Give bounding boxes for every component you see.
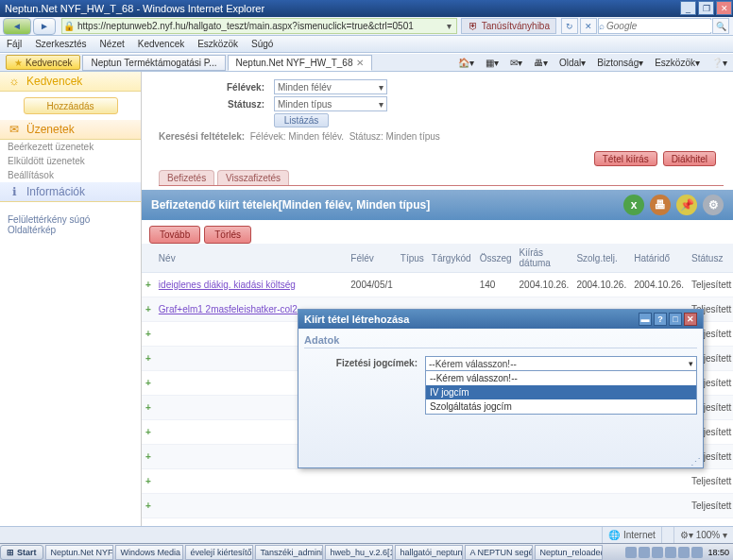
taskbar-item[interactable]: évelejí kiértesítők	[185, 545, 253, 560]
tray-icon[interactable]	[691, 547, 703, 558]
start-button[interactable]: ⊞ Start	[0, 545, 43, 560]
sidebar-help-link[interactable]: Felülettérkény súgó	[8, 214, 133, 225]
taskbar-item[interactable]: Tanszéki_adminis...	[255, 545, 323, 560]
modal-titlebar[interactable]: Kiírt tétel létrehozása ▬ ? □ ✕	[298, 310, 703, 329]
jogcim-select[interactable]: --Kérem válasszon!-- ▾	[425, 356, 697, 371]
window-close-button[interactable]: ✕	[716, 1, 732, 15]
tray-icon[interactable]	[625, 547, 637, 558]
certificate-warning[interactable]: ⛨ Tanúsítványhiba	[461, 18, 556, 34]
tab-close-icon[interactable]: ✕	[356, 58, 364, 68]
col-felev[interactable]: Félév	[347, 244, 397, 273]
taskbar-item[interactable]: Neptun_reloaded	[535, 545, 603, 560]
menu-tools[interactable]: Eszközök	[191, 39, 245, 49]
taskbar-item[interactable]: hallgatói_neptun -...	[395, 545, 463, 560]
tab-support[interactable]: Neptun Terméktámogatási P...	[82, 55, 225, 71]
modal-close-button[interactable]: ✕	[684, 313, 697, 326]
tray-icon[interactable]	[678, 547, 690, 558]
jogcim-option-selected[interactable]: IV jogcím	[426, 385, 696, 399]
diakhitel-button[interactable]: Diákhitel	[663, 151, 716, 166]
modal-help-button[interactable]: ?	[654, 313, 667, 326]
menu-help[interactable]: Súgó	[245, 39, 280, 49]
modal-max-button[interactable]: □	[669, 313, 682, 326]
add-favorite-button[interactable]: Hozzáadás	[24, 97, 118, 114]
taskbar-item[interactable]: Neptun.Net NYF...	[45, 545, 113, 560]
expand-icon[interactable]: +	[142, 494, 155, 518]
expand-icon[interactable]: +	[142, 297, 155, 322]
menu-view[interactable]: Nézet	[94, 39, 131, 49]
expand-icon[interactable]: +	[142, 445, 155, 469]
menu-edit[interactable]: Szerkesztés	[28, 39, 93, 49]
expand-icon[interactable]: +	[142, 469, 155, 494]
col-tipus[interactable]: Típus	[397, 244, 428, 273]
search-go-button[interactable]: 🔍	[712, 18, 729, 34]
sidebar-favorites-header[interactable]: ☼ Kedvencek	[0, 72, 141, 92]
address-dropdown-icon[interactable]: ▾	[443, 21, 456, 31]
col-osszeg[interactable]: Összeg	[476, 244, 516, 273]
sidebar-settings-link[interactable]: Beállítások	[0, 168, 141, 182]
forward-button-grid[interactable]: Tovább	[149, 226, 200, 244]
zoom-control[interactable]: ⚙▾ 100% ▾	[673, 527, 733, 544]
back-button[interactable]: ◄	[3, 18, 31, 35]
expand-icon[interactable]: +	[142, 420, 155, 445]
taskbar-item[interactable]: A NEPTUN segédl...	[465, 545, 533, 560]
col-szolg[interactable]: Szolg.telj.	[572, 244, 630, 273]
sidebar-sitemap-link[interactable]: Oldaltérkép	[8, 225, 133, 235]
expand-icon[interactable]: +	[142, 396, 155, 420]
help-button[interactable]: ❔▾	[706, 58, 733, 68]
favorites-button[interactable]: ★ Kedvencek	[6, 55, 80, 70]
col-status[interactable]: Státusz	[688, 244, 733, 273]
search-input[interactable]	[605, 20, 728, 32]
refresh-button[interactable]: ↻	[561, 18, 578, 34]
menu-file[interactable]: Fájl	[0, 39, 28, 49]
modal-collapse-button[interactable]: ▬	[639, 313, 652, 326]
item-name-link[interactable]: Graf+elm1 2masfeleishatker-col2	[159, 304, 298, 314]
sidebar-sent-link[interactable]: Elküldött üzenetek	[0, 154, 141, 168]
tray-icon[interactable]	[639, 547, 650, 558]
expand-icon[interactable]: +	[142, 371, 155, 396]
browser-search-box[interactable]: ⌕	[598, 18, 711, 34]
export-xls-button[interactable]: x	[623, 195, 644, 215]
address-bar[interactable]: 🔒 https://neptunweb2.nyf.hu/hallgato_tes…	[61, 18, 457, 34]
list-button[interactable]: Listázás	[274, 113, 329, 127]
menu-favorites[interactable]: Kedvencek	[131, 39, 191, 49]
zoom-minus-icon[interactable]: ⚙▾	[680, 530, 693, 540]
tab-visszafizetes[interactable]: Visszafizetés	[217, 170, 289, 185]
col-name[interactable]: Név	[155, 244, 347, 273]
pin-button[interactable]: 📌	[676, 195, 697, 215]
sidebar-inbox-link[interactable]: Beérkezett üzenetek	[0, 140, 141, 154]
mail-button[interactable]: ✉▾	[504, 58, 528, 68]
home-button[interactable]: 🏠▾	[452, 58, 480, 68]
col-targykod[interactable]: Tárgykód	[428, 244, 476, 273]
jogcim-dropdown[interactable]: --Kérem válasszon!-- ▾ --Kérem válasszon…	[425, 356, 697, 415]
safety-menu[interactable]: Biztonság ▾	[591, 58, 649, 68]
page-menu[interactable]: Oldal ▾	[554, 58, 591, 68]
col-hatarido[interactable]: Határidő	[630, 244, 688, 273]
tray-icon[interactable]	[665, 547, 676, 558]
tab-neptun[interactable]: Neptun.Net NYF_HW_T_68✕	[228, 55, 373, 71]
tray-icon[interactable]	[652, 547, 663, 558]
print-button[interactable]: 🖶▾	[528, 58, 554, 68]
window-minimize-button[interactable]: _	[680, 1, 696, 15]
forward-button[interactable]: ►	[33, 18, 56, 35]
stop-button[interactable]: ✕	[580, 18, 597, 34]
col-kiiras[interactable]: Kiírás dátuma	[516, 244, 573, 273]
print-grid-button[interactable]: 🖶	[650, 195, 671, 215]
expand-icon[interactable]: +	[142, 347, 155, 371]
taskbar-item[interactable]: hweb_hu_v.2.6[1...	[325, 545, 393, 560]
tools-menu[interactable]: Eszközök ▾	[649, 58, 706, 68]
felevek-select[interactable]: Minden félév ▾	[274, 79, 387, 94]
grid-settings-button[interactable]: ⚙	[703, 195, 724, 215]
status-select[interactable]: Minden típus ▾	[274, 96, 387, 111]
feeds-button[interactable]: ▦▾	[480, 58, 504, 68]
resize-handle-icon[interactable]: ⋰	[690, 459, 701, 466]
tetel-kiiras-button[interactable]: Tétel kiírás	[594, 151, 657, 166]
window-restore-button[interactable]: ❐	[698, 1, 714, 15]
delete-button-grid[interactable]: Törlés	[204, 226, 251, 244]
jogcim-option[interactable]: Szolgáltatás jogcím	[426, 399, 696, 414]
expand-icon[interactable]: +	[142, 322, 155, 347]
item-name-link[interactable]: ideiglenes diákig. kiadási költség	[159, 280, 296, 290]
sidebar-messages-header[interactable]: ✉ Üzenetek	[0, 120, 141, 140]
taskbar-item[interactable]: Windows Media Pl...	[115, 545, 183, 560]
jogcim-option[interactable]: --Kérem válasszon!--	[426, 371, 696, 385]
tab-befizetes[interactable]: Befizetés	[159, 170, 214, 185]
